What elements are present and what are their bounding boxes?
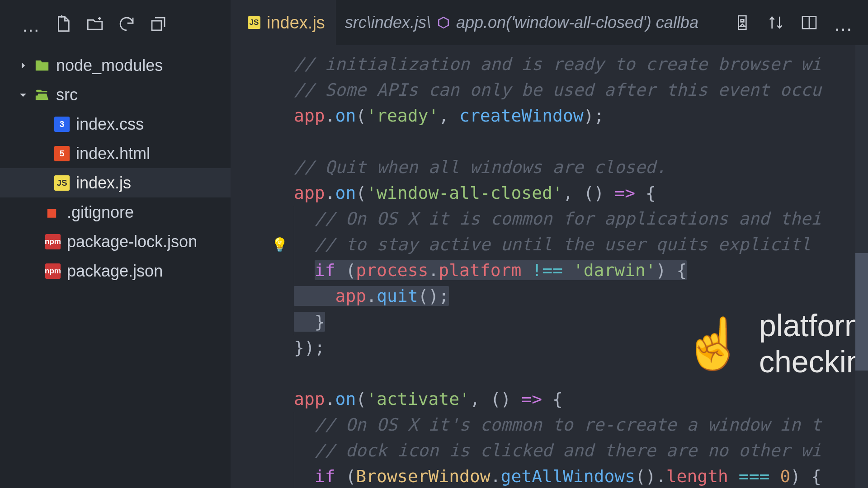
code-comment: // to stay active until the user quits e… [315, 235, 811, 254]
code-comment [294, 209, 315, 229]
git-file-icon: ◆ [42, 201, 64, 223]
css-file-icon: 3 [54, 117, 70, 132]
pointing-up-icon: ☝️ [683, 331, 745, 357]
folder-open-icon [34, 87, 50, 103]
collapse-all-icon[interactable] [149, 14, 168, 33]
tree-folder-src[interactable]: src [0, 80, 231, 109]
breadcrumb-symbol: app.on('window-all-closed') callba [456, 13, 698, 32]
code-editor[interactable]: // initialization and is ready to create… [231, 45, 868, 488]
annotation-text: platform checking [759, 307, 868, 380]
npm-file-icon: npm [45, 263, 61, 279]
chevron-right-icon [18, 61, 28, 70]
code-line: app.on('activate', () => { [231, 386, 868, 412]
code-line-highlighted: if (process.platform !== 'darwin') { [231, 258, 868, 283]
code-comment: // Quit when all windows are closed. [294, 157, 666, 177]
tree-label: .gitignore [67, 203, 134, 222]
tree-file-index-html[interactable]: 5 index.html [0, 139, 231, 168]
tab-actions: … [725, 14, 860, 32]
tree-label: src [56, 85, 78, 104]
breadcrumb-path: src\index.js\ [345, 13, 431, 32]
tree-label: index.html [76, 144, 150, 163]
html-file-icon: 5 [54, 146, 70, 161]
code-comment: // dock icon is clicked and there are no… [315, 441, 821, 460]
run-settings-icon[interactable] [733, 14, 751, 32]
code-line: app.on('ready', createWindow); [231, 103, 868, 129]
tree-file-package-json[interactable]: npm package.json [0, 256, 231, 286]
code-line: if (BrowserWindow.getAllWindows().length… [231, 464, 868, 488]
code-line: app.on('window-all-closed', () => { [231, 180, 868, 206]
tree-label: node_modules [56, 56, 163, 75]
minimap[interactable] [855, 45, 868, 488]
refresh-icon[interactable] [117, 14, 136, 33]
code-comment: // Some APIs can only be used after this… [294, 80, 821, 100]
minimap-thumb[interactable] [855, 253, 868, 371]
breadcrumb[interactable]: src\index.js\ app.on('window-all-closed'… [336, 13, 725, 32]
npm-file-icon: npm [45, 234, 61, 249]
code-line: app.quit(); [231, 283, 868, 309]
split-editor-icon[interactable] [800, 14, 818, 32]
compare-icon[interactable] [767, 14, 785, 32]
more-icon[interactable]: … [22, 14, 41, 34]
sidebar: … node_modules src 3 index.css 5 [0, 0, 231, 488]
js-file-icon: JS [248, 16, 260, 29]
tree-file-package-lock[interactable]: npm package-lock.json [0, 227, 231, 256]
tree-file-index-css[interactable]: 3 index.css [0, 109, 231, 139]
tab-title: index.js [267, 13, 325, 33]
editor-panel: JS index.js src\index.js\ app.on('window… [231, 0, 868, 488]
folder-icon [34, 58, 50, 73]
tree-file-index-js[interactable]: JS index.js [0, 168, 231, 197]
tree-file-gitignore[interactable]: ◆ .gitignore [0, 197, 231, 227]
method-icon [436, 15, 451, 30]
new-file-icon[interactable] [54, 14, 73, 33]
file-tree: node_modules src 3 index.css 5 index.htm… [0, 48, 231, 288]
js-file-icon: JS [54, 175, 70, 191]
code-comment: // On OS X it's common to re-create a wi… [315, 415, 821, 435]
tree-label: index.js [76, 174, 131, 192]
code-comment: // initialization and is ready to create… [294, 54, 821, 74]
tree-folder-node-modules[interactable]: node_modules [0, 51, 231, 80]
tab-index-js[interactable]: JS index.js [231, 0, 336, 45]
more-actions-icon[interactable]: … [834, 14, 852, 32]
sidebar-toolbar: … [0, 0, 231, 48]
tree-label: package-lock.json [67, 232, 197, 251]
chevron-down-icon [18, 90, 28, 100]
annotation-overlay: ☝️ platform checking [683, 307, 868, 380]
lightbulb-icon[interactable]: 💡 [271, 232, 288, 258]
new-folder-icon[interactable] [85, 14, 104, 33]
tab-bar: JS index.js src\index.js\ app.on('window… [231, 0, 868, 45]
tree-label: package.json [67, 262, 163, 281]
tree-label: index.css [76, 115, 144, 134]
